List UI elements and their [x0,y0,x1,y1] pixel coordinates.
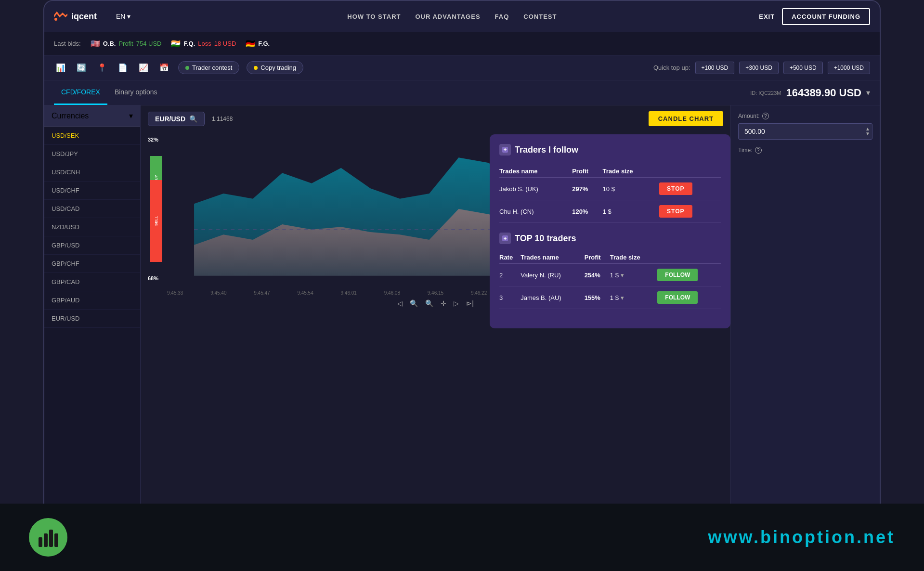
amount-down-arrow[interactable]: ▼ [865,131,870,136]
flag-in: 🇮🇳 [171,39,181,48]
time-label: Time: ? [738,147,872,154]
last-bids-label: Last bids: [54,40,81,47]
top10-name-1: James B. (AU) [521,286,584,309]
nav-faq[interactable]: FAQ [495,13,509,20]
document-icon[interactable]: 📄 [116,61,130,74]
sidebar-item-usd-cad[interactable]: USD/CAD [44,200,140,218]
ts-0: 9:45:33 [167,290,183,296]
amount-input-container: ▲ ▼ [738,123,872,140]
last-bids-bar: Last bids: 🇺🇸 O.B. Profit 754 USD 🇮🇳 F.Q… [44,32,880,55]
contest-dot-green [185,66,189,70]
search-icon: 🔍 [189,115,197,123]
top10-profit-0: 254% [585,264,610,286]
chart-top-bar: EUR/USD 🔍 1.11468 CANDLE CHART [141,105,730,132]
account-id-label: ID: IQC223M [750,90,781,96]
currencies-dropdown[interactable]: Currencies ▾ [44,105,140,127]
exit-button[interactable]: EXIT [759,13,775,20]
follow-button-1[interactable]: FOLLOW [657,291,698,304]
account-id-area: ID: IQC223M 164389.90 USD ▾ [750,87,870,99]
col-top10-profit: Profit [585,251,610,264]
candle-chart-button[interactable]: CANDLE CHART [649,111,723,126]
price-display: 1.11468 [212,116,233,122]
bid-amount-1: 18 USD [214,40,236,47]
binoption-bars [39,528,58,547]
amount-help-icon[interactable]: ? [762,113,769,119]
top-up-100[interactable]: +100 USD [695,62,735,74]
col-rate: Rate [499,251,521,264]
top-up-1000[interactable]: +1000 USD [828,62,870,74]
sidebar-item-eur-usd[interactable]: EUR/USD [44,310,140,328]
flag-us: 🇺🇸 [91,39,100,48]
traders-i-follow-table: Trades name Profit Trade size Jakob S. (… [499,165,721,223]
follow-button-0[interactable]: FOLLOW [657,269,698,281]
top-up-500[interactable]: +500 USD [783,62,823,74]
app-header: iqcent EN ▾ HOW TO START OUR ADVANTAGES … [44,1,880,32]
header-right: EXIT ACCOUNT FUNDING [759,8,870,25]
bid-name-2: F.G. [258,40,270,47]
buy-percent: 32% [148,137,158,143]
copy-trading-badge[interactable]: Copy trading [247,61,303,74]
sidebar-item-usd-sek[interactable]: USD/SEK [44,127,140,145]
sidebar-item-gbp-cad[interactable]: GBP/CAD [44,273,140,291]
trader-contest-label: Trader contest [192,64,232,71]
nav-our-advantages[interactable]: OUR ADVANTAGES [415,13,480,20]
account-balance: 164389.90 USD [786,87,861,99]
chart-end-icon[interactable]: ⊳| [466,299,474,307]
trader-contest-badge[interactable]: Trader contest [178,61,239,74]
sidebar-item-usd-chf[interactable]: USD/CHF [44,182,140,200]
logo-icon [54,12,67,21]
time-help-icon[interactable]: ? [755,147,762,154]
sidebar-item-gbp-usd[interactable]: GBP/USD [44,236,140,255]
copy-trading-panel: Traders I follow Trades name Profit Trad… [490,134,730,328]
col-profit: Profit [572,165,602,178]
pair-label: EUR/USD [155,115,185,123]
logo[interactable]: iqcent [54,12,97,22]
bar-chart-icon[interactable]: 📊 [54,61,67,74]
account-funding-button[interactable]: ACCOUNT FUNDING [782,8,870,25]
chart-play-icon[interactable]: ▷ [454,299,459,307]
chart-zoom-in-icon[interactable]: 🔍 [425,299,433,307]
top-up-300[interactable]: +300 USD [739,62,779,74]
ts-6: 9:46:15 [428,290,443,296]
stop-button-0[interactable]: STOP [659,182,692,195]
stats-icon[interactable]: 📈 [137,61,150,74]
ts-4: 9:46:01 [341,290,357,296]
col-trades-name: Trades name [499,165,572,178]
chart-move-icon[interactable]: ✛ [441,299,446,307]
trader-size-1: 1 $ [603,200,659,223]
sidebar-item-nzd-usd[interactable]: NZD/USD [44,218,140,236]
location-icon[interactable]: 📍 [95,61,109,74]
top10-size-1: 1 $ ▾ [610,286,658,309]
refresh-icon[interactable]: 🔄 [75,61,88,74]
tab-cfd-forex[interactable]: CFD/FOREX [54,80,107,105]
nav-how-to-start[interactable]: HOW TO START [347,13,401,20]
language-selector[interactable]: EN ▾ [116,13,130,20]
chart-area: EUR/USD 🔍 1.11468 CANDLE CHART 32% BUY S… [141,105,730,512]
sidebar-item-gbp-chf[interactable]: GBP/CHF [44,255,140,273]
calendar-icon[interactable]: 📅 [157,61,171,74]
chart-back-icon[interactable]: ◁ [397,299,403,307]
sidebar-item-gbp-aud[interactable]: GBP/AUD [44,291,140,310]
sell-label: SELL [150,180,162,262]
account-dropdown-icon[interactable]: ▾ [866,88,870,97]
amount-label: Amount: ? [738,113,872,119]
amount-input[interactable] [738,123,872,140]
tab-binary-options[interactable]: Binary options [107,80,165,105]
sidebar-item-usd-jpy[interactable]: USD/JPY [44,145,140,163]
col-trade-size: Trade size [603,165,659,178]
panel-icon-follow [499,144,511,156]
top10-rate-1: 3 [499,286,521,309]
chart-zoom-out-icon[interactable]: 🔍 [410,299,418,307]
table-row: Chu H. (CN) 120% 1 $ STOP [499,200,721,223]
size-dropdown-icon-1[interactable]: ▾ [621,294,624,301]
sidebar-item-usd-cnh[interactable]: USD/CNH [44,163,140,182]
trader-profit-1: 120% [572,200,602,223]
pair-selector[interactable]: EUR/USD 🔍 [148,112,205,126]
col-top10-size: Trade size [610,251,658,264]
nav-contest[interactable]: CONTEST [523,13,557,20]
size-dropdown-icon[interactable]: ▾ [621,272,624,279]
stop-button-1[interactable]: STOP [659,205,692,218]
ts-5: 9:46:08 [384,290,400,296]
dropdown-arrow-icon: ▾ [129,111,133,120]
table-row: 2 Valery N. (RU) 254% 1 $ ▾ FOLLOW [499,264,721,286]
